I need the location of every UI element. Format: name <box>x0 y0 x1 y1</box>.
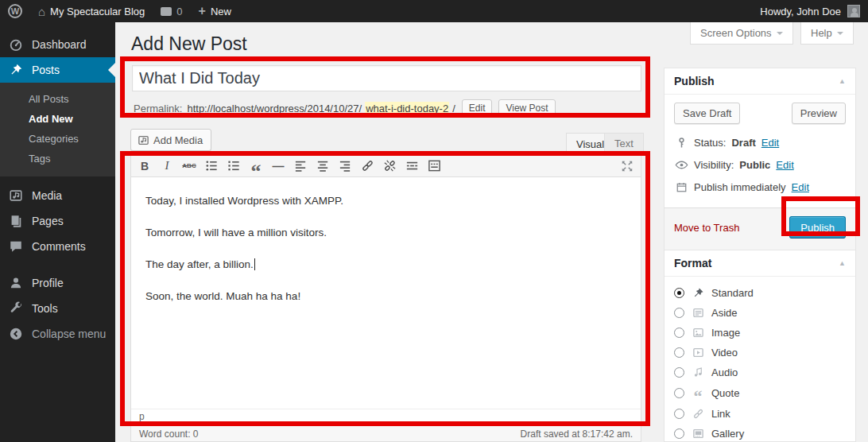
preview-button[interactable]: Preview <box>792 103 846 124</box>
view-post-button[interactable]: View Post <box>498 99 555 117</box>
user-avatar[interactable] <box>847 5 860 17</box>
dashboard-icon <box>8 37 24 52</box>
admin-bar-left: W ⌂ My Spectacular Blog 0 + New <box>0 0 239 22</box>
collapse-menu-icon <box>8 326 24 342</box>
strikethrough-button[interactable]: ABC <box>179 157 200 176</box>
admin-sidebar: Dashboard Posts All Posts Add New Catego… <box>0 22 115 442</box>
sidebar-item-categories[interactable]: Categories <box>0 129 115 149</box>
bold-button[interactable]: B <box>134 157 155 176</box>
sidebar-item-comments[interactable]: Comments <box>0 234 115 259</box>
format-option-gallery[interactable]: Gallery <box>674 424 846 442</box>
publish-box-title: Publish <box>674 75 715 87</box>
sidebar-item-profile[interactable]: Profile <box>0 270 115 296</box>
editor-content-area[interactable]: Today, I installed Wordpress with XAMPP.… <box>131 177 641 409</box>
sidebar-item-media[interactable]: Media <box>0 183 115 208</box>
format-option-audio[interactable]: Audio <box>674 363 846 382</box>
permalink-row: Permalink: http://localhost/wordpress/20… <box>134 99 556 118</box>
sidebar-item-pages[interactable]: Pages <box>0 208 115 234</box>
more-tag-button[interactable] <box>401 157 422 176</box>
sidebar-item-dashboard[interactable]: Dashboard <box>0 32 115 57</box>
comments-shortcut[interactable]: 0 <box>153 0 190 22</box>
format-option-video[interactable]: Video <box>674 343 846 363</box>
format-radio-link[interactable] <box>674 409 684 419</box>
publish-box-header[interactable]: Publish ▲ <box>665 68 855 95</box>
path-p-tag[interactable]: p <box>139 411 145 422</box>
word-count: Word count: 0 <box>139 428 199 440</box>
sidebar-item-tools[interactable]: Tools <box>0 296 115 321</box>
format-option-image[interactable]: Image <box>674 323 846 343</box>
status-row: Status: Draft Edit <box>674 132 846 153</box>
media-icon <box>8 188 24 204</box>
site-name-link[interactable]: ⌂ My Spectacular Blog <box>30 0 153 22</box>
visibility-eye-icon <box>674 158 688 172</box>
tab-text[interactable]: Text <box>604 133 644 154</box>
status-value: Draft <box>731 137 755 149</box>
new-content-menu[interactable]: + New <box>191 0 239 22</box>
collapse-panel-icon[interactable]: ▲ <box>839 259 846 267</box>
post-title-input[interactable] <box>132 65 641 91</box>
horizontal-rule-button[interactable]: — <box>268 157 289 176</box>
numbered-list-button[interactable] <box>223 157 244 176</box>
screen-options-label: Screen Options <box>700 27 772 39</box>
screen-options-tab[interactable]: Screen Options <box>690 22 793 45</box>
format-radio-image[interactable] <box>674 328 684 338</box>
format-label: Audio <box>711 366 738 378</box>
publish-button[interactable]: Publish <box>789 216 846 238</box>
edit-permalink-button[interactable]: Edit <box>462 99 493 117</box>
sidebar-item-collapse-menu[interactable]: Collapse menu <box>0 321 115 347</box>
insert-link-button[interactable] <box>357 157 378 176</box>
plus-icon: + <box>199 5 206 17</box>
format-box-header[interactable]: Format ▲ <box>665 250 855 277</box>
wordpress-menu[interactable]: W <box>0 0 30 22</box>
toolbar-toggle-button[interactable] <box>424 157 444 176</box>
format-option-standard[interactable]: Standard <box>674 283 846 303</box>
add-media-button[interactable]: Add Media <box>130 129 211 151</box>
format-radio-video[interactable] <box>674 347 684 358</box>
add-media-label: Add Media <box>153 134 203 146</box>
remove-link-button[interactable] <box>379 157 400 176</box>
format-option-quote[interactable]: “ Quote <box>674 382 846 404</box>
format-radio-audio[interactable] <box>674 367 684 378</box>
sidebar-label-dashboard: Dashboard <box>32 38 87 51</box>
align-center-button[interactable] <box>312 157 333 176</box>
distraction-free-button[interactable] <box>617 157 637 176</box>
sidebar-item-add-new[interactable]: Add New <box>0 109 115 129</box>
edit-schedule-link[interactable]: Edit <box>792 181 809 193</box>
howdy-user-link[interactable]: Howdy, John Doe <box>760 6 841 17</box>
video-icon <box>691 347 705 359</box>
align-left-button[interactable] <box>290 157 311 176</box>
format-option-link[interactable]: Link <box>674 404 846 424</box>
post-status-info-bar: Word count: 0 Draft saved at 8:17:42 am. <box>130 426 641 442</box>
edit-status-link[interactable]: Edit <box>761 137 779 149</box>
align-right-button[interactable] <box>335 157 355 176</box>
audio-icon <box>691 366 705 378</box>
collapse-panel-icon[interactable]: ▲ <box>839 77 846 85</box>
autosave-message: Draft saved at 8:17:42 am. <box>521 428 633 440</box>
post-content-editor: B I ABC “ — <box>130 154 641 424</box>
sidebar-item-posts[interactable]: Posts <box>0 57 115 83</box>
bullet-list-button[interactable] <box>201 157 222 176</box>
move-to-trash-link[interactable]: Move to Trash <box>674 222 739 234</box>
edit-visibility-link[interactable]: Edit <box>776 159 793 171</box>
sidebar-item-all-posts[interactable]: All Posts <box>0 89 115 109</box>
save-draft-button[interactable]: Save Draft <box>674 103 740 124</box>
status-label: Status: <box>694 137 726 149</box>
help-tab[interactable]: Help <box>800 22 854 45</box>
format-option-aside[interactable]: Aside <box>674 303 846 323</box>
text-cursor <box>254 258 255 270</box>
visibility-label: Visibility: <box>694 159 734 171</box>
format-radio-gallery[interactable] <box>674 428 684 439</box>
admin-bar: W ⌂ My Spectacular Blog 0 + New Howdy, J… <box>0 0 868 22</box>
blockquote-button[interactable]: “ <box>246 157 266 176</box>
chevron-down-icon <box>777 32 783 38</box>
editor-toolbar: B I ABC “ — <box>131 155 641 177</box>
sidebar-label-comments: Comments <box>32 240 86 253</box>
format-radio-aside[interactable] <box>674 308 684 318</box>
profile-icon <box>8 275 24 291</box>
format-radio-quote[interactable] <box>674 388 684 398</box>
sidebar-item-tags[interactable]: Tags <box>0 149 115 169</box>
format-box: Format ▲ Standard Aside <box>664 250 856 442</box>
posts-submenu: All Posts Add New Categories Tags <box>0 83 115 176</box>
italic-button[interactable]: I <box>157 157 177 176</box>
format-radio-standard[interactable] <box>674 288 684 298</box>
